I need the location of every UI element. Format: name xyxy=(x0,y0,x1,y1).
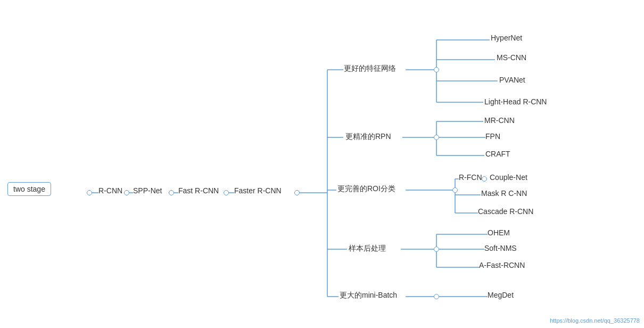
rcnn-node: R-CNN xyxy=(98,186,122,195)
craft-node: CRAFT xyxy=(485,150,510,158)
branch4-node: 样本后处理 xyxy=(349,244,386,253)
diagram: two stage R-CNN SPP-Net Fast R-CNN Faste… xyxy=(0,0,644,328)
cascadercnn-node: Cascade R-CNN xyxy=(478,207,533,216)
rfcn-node: R-FCN xyxy=(459,173,482,182)
fast-rcnn-circle xyxy=(224,190,229,195)
branch5-circle xyxy=(434,294,439,299)
couplenet-node: Couple-Net xyxy=(490,173,527,182)
mscnn-node: MS-CNN xyxy=(497,53,526,62)
softnms-node: Soft-NMS xyxy=(484,244,517,252)
branch5-node: 更大的mini-Batch xyxy=(340,291,397,300)
ohem-node: OHEM xyxy=(488,228,510,237)
branch3-circle xyxy=(452,187,458,193)
lighthead-node: Light-Head R-CNN xyxy=(484,97,547,106)
afastrcnn-node: A-Fast-RCNN xyxy=(479,261,525,269)
mrcnn-node: MR-CNN xyxy=(484,116,515,125)
branch2-circle xyxy=(434,135,439,140)
root-node: two stage xyxy=(7,182,51,196)
branch1-circle xyxy=(434,67,439,72)
fast-rcnn-node: Fast R-CNN xyxy=(178,186,219,195)
megdet-node: MegDet xyxy=(488,291,514,299)
faster-rcnn-circle xyxy=(294,190,300,195)
maskrcnn-node: Mask R C-NN xyxy=(481,189,527,198)
branch3-node: 更完善的ROI分类 xyxy=(337,184,395,194)
pvanet-node: PVANet xyxy=(499,76,525,84)
sppnet-circle xyxy=(169,190,174,195)
rfcn-circle xyxy=(482,176,487,182)
branch2-node: 更精准的RPN xyxy=(345,132,391,142)
root-circle xyxy=(87,190,92,195)
branch4-circle xyxy=(434,247,439,252)
sppnet-node: SPP-Net xyxy=(133,186,162,195)
rcnn-circle xyxy=(124,190,129,195)
faster-rcnn-node: Faster R-CNN xyxy=(234,186,282,195)
watermark: https://blog.csdn.net/qq_36325778 xyxy=(550,317,640,324)
branch1-node: 更好的特征网络 xyxy=(344,64,396,73)
fpn-node: FPN xyxy=(485,132,500,141)
connector-lines xyxy=(0,0,644,328)
hypernet-node: HyperNet xyxy=(491,34,522,42)
